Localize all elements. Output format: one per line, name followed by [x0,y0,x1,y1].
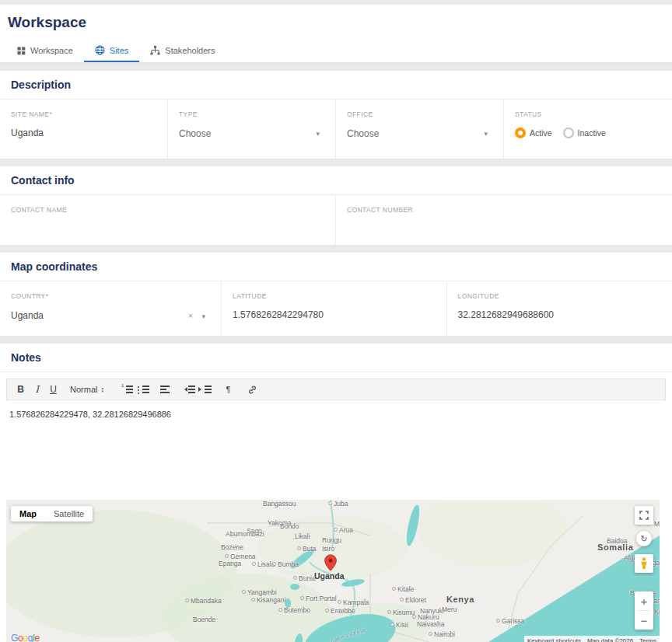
map-label: Eldoret [400,596,426,604]
map-coordinates-heading-row: Map coordinates [0,253,672,281]
tab-sites[interactable]: Sites [84,39,139,62]
office-label: OFFICE [347,110,492,118]
map-label: Mbandaka [185,597,222,605]
satellite-view-button[interactable]: Satellite [45,506,93,522]
rotate-control[interactable]: ↻ [636,531,652,546]
zoom-control: + − [635,591,653,630]
contact-number-field[interactable]: CONTACT NUMBER [336,195,672,245]
italic-button[interactable]: I [30,382,44,397]
map-type-control: Map Satellite [11,506,93,522]
country-value: Uganda [11,310,44,321]
map-label: Lisala [252,560,275,568]
radio-active-circle[interactable] [515,127,526,138]
description-heading: Description [11,79,661,91]
underline-button[interactable]: U [46,382,61,397]
notes-editor[interactable]: 1.576826284229478, 32.28126829496886 [0,400,672,497]
contact-name-field[interactable]: CONTACT NAME [0,195,336,245]
bullet-list-button[interactable] [137,385,150,394]
contact-section: Contact info CONTACT NAME CONTACT NUMBER [0,166,672,245]
notes-heading: Notes [11,351,661,364]
map-label: Likali [295,532,310,540]
map-label: Kisii [390,621,408,629]
type-select[interactable]: TYPE Choose ▾ [168,99,336,159]
tab-stakeholders[interactable]: Stakeholders [139,40,226,62]
longitude-field[interactable]: LONGITUDE 32.2812682949688600 [447,281,672,336]
bold-button[interactable]: B [13,382,28,397]
google-logo[interactable]: Google [11,633,40,642]
map-coordinates-section: Map coordinates COUNTRY* Uganda × ▾ LATI… [0,253,672,336]
contact-name-label: CONTACT NAME [11,206,324,214]
contact-name-input[interactable] [11,223,324,236]
clear-icon[interactable]: × [188,311,193,320]
map-label: Butembo [278,606,310,614]
map-label: Juba [328,500,348,508]
radio-active[interactable]: Active [515,127,552,138]
tab-workspace[interactable]: Workspace [6,40,84,62]
radio-inactive-circle[interactable] [563,127,574,138]
notes-heading-row: Notes [0,344,672,372]
indent-button[interactable] [198,385,212,394]
globe-icon [95,45,105,55]
radio-inactive-label: Inactive [578,128,606,138]
contact-heading: Contact info [11,174,661,187]
text-direction-button[interactable]: ¶ [221,382,236,397]
description-heading-row: Description [0,71,672,99]
map-label: Buta [297,545,317,553]
country-select[interactable]: COUNTRY* Uganda × ▾ [0,281,222,336]
type-label: TYPE [179,110,324,118]
outdent-button[interactable] [182,385,195,394]
type-value: Choose [179,128,211,139]
page-title: Workspace [8,14,664,31]
workspace-page: Workspace Workspace Sites Stakeholders D… [0,0,672,642]
map-label: Nairobi [429,630,455,638]
select-arrows-icon: ▴▾ [101,386,103,393]
office-select[interactable]: OFFICE Choose ▾ [336,99,504,159]
zoom-out-button[interactable]: − [635,611,653,630]
sitemap-icon [150,46,160,55]
site-name-input[interactable]: Uganda [11,127,156,140]
map-label: Abumombazi [226,530,264,538]
map-label: Kisangani [251,596,285,604]
map-label: Yangambi [242,588,277,596]
map-attribution: Keyboard shortcuts Map data ©2026 Terms [524,636,660,642]
keyboard-shortcuts-link[interactable]: Keyboard shortcuts [524,636,584,642]
map-label: Bangassou [263,500,296,508]
map-label: Arua [334,526,353,534]
latitude-input[interactable]: 1.5768262842294780 [233,309,435,322]
app-header: Workspace [0,5,672,39]
map-view-button[interactable]: Map [11,506,45,522]
format-select[interactable]: Normal ▴▾ [70,385,103,394]
contact-fields: CONTACT NAME CONTACT NUMBER [0,195,672,245]
radio-inactive[interactable]: Inactive [563,127,606,138]
latitude-field[interactable]: LATITUDE 1.5768262842294780 [222,281,446,336]
longitude-input[interactable]: 32.2812682949688600 [458,309,661,322]
link-button[interactable] [245,382,260,397]
description-fields: SITE NAME* Uganda TYPE Choose ▾ OFFICE C… [0,99,672,159]
terms-link[interactable]: Terms [636,636,660,642]
grid-icon [17,47,26,55]
chevron-down-icon[interactable]: ▾ [316,130,320,138]
map-label: Rungu [322,536,341,544]
map-label: Kisumu [387,609,415,616]
description-section: Description SITE NAME* Uganda TYPE Choos… [0,71,672,159]
chevron-down-icon[interactable]: ▾ [202,312,206,320]
contact-heading-row: Contact info [0,166,672,195]
map-label: Naivasha [417,620,444,628]
map-coordinates-heading: Map coordinates [11,260,661,273]
zoom-in-button[interactable]: + [635,591,653,610]
fullscreen-button[interactable] [635,506,653,525]
contact-number-input[interactable] [347,223,661,236]
map-coordinates-fields: COUNTRY* Uganda × ▾ LATITUDE 1.576826284… [0,281,672,336]
align-button[interactable] [159,385,173,394]
map-label: Fort Portal [300,595,337,602]
map-label: Meru [442,605,457,613]
pegman-icon[interactable] [635,554,653,573]
map-data-text: Map data ©2026 [584,636,636,642]
map-label: Lake Victoria [330,626,366,642]
site-name-field[interactable]: SITE NAME* Uganda [0,99,168,159]
tab-workspace-label: Workspace [30,46,73,55]
map-canvas[interactable]: BangassouJubaYakomaBondoSogoAbumombaziLi… [6,500,660,642]
chevron-down-icon[interactable]: ▾ [484,130,488,138]
ordered-list-button[interactable] [121,385,134,394]
tab-stakeholders-label: Stakeholders [165,46,215,55]
